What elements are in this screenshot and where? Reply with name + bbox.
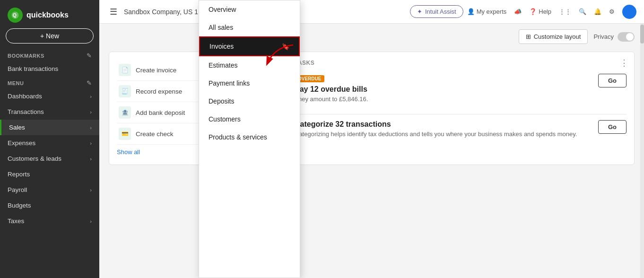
flyout-item-all-sales[interactable]: All sales	[199, 18, 300, 36]
customize-layout-button[interactable]: ⊞ Customize layout	[519, 29, 588, 44]
show-all-link[interactable]: Show all	[117, 148, 140, 156]
sidebar-item-payroll[interactable]: Payroll ›	[0, 182, 99, 198]
bell-icon: 🔔	[594, 8, 601, 15]
payment-links-label: Payment links	[209, 79, 250, 87]
record-expense-label: Record expense	[136, 88, 182, 95]
settings-button[interactable]: ⚙	[609, 8, 615, 15]
hamburger-button[interactable]: ☰	[107, 5, 120, 19]
privacy-toggle-switch[interactable]	[618, 32, 635, 42]
customize-bar: ⊞ Customize layout Privacy	[99, 26, 644, 48]
top-header: ☰ Sandbox Company, US 1 ✦ Intuit Assist …	[99, 0, 644, 24]
add-bank-deposit-label: Add bank deposit	[136, 109, 185, 116]
tasks-card: ⋮ TASKS OVERDUE Pay 12 overdue bills The…	[287, 52, 635, 165]
grid-icon: ⋮⋮	[559, 8, 571, 15]
task-overdue-bills: OVERDUE Pay 12 overdue bills They amount…	[295, 74, 627, 108]
products-services-label: Products & services	[209, 133, 267, 141]
sidebar-item-dashboards[interactable]: Dashboards ›	[0, 88, 99, 104]
invoices-label: Invoices	[209, 43, 234, 50]
search-icon: 🔍	[579, 8, 586, 15]
sales-flyout-menu: Overview All sales Invoices 🔖 Estimates …	[199, 0, 300, 278]
create-invoice-label: Create invoice	[136, 67, 176, 74]
privacy-toggle-area: Privacy	[593, 32, 635, 42]
megaphone-button[interactable]: 📣	[514, 8, 522, 15]
all-sales-label: All sales	[209, 24, 233, 31]
qb-logo-icon: Q	[8, 8, 23, 23]
logo-area: Q quickbooks	[0, 0, 99, 28]
scrollbar-track	[640, 24, 644, 278]
chevron-right-icon: ›	[90, 187, 92, 193]
sidebar: Q quickbooks + New BOOKMARKS ✎ Bank tran…	[0, 0, 99, 278]
task1-subtitle: They amount to £5,846.16.	[295, 96, 592, 103]
search-button[interactable]: 🔍	[579, 8, 586, 15]
chevron-right-icon: ›	[90, 218, 92, 224]
bookmarks-edit-button[interactable]: ✎	[87, 52, 92, 59]
main-area: ☰ Sandbox Company, US 1 ✦ Intuit Assist …	[99, 0, 644, 278]
layout-icon: ⊞	[526, 33, 531, 40]
privacy-label: Privacy	[593, 33, 614, 40]
task1-go-button[interactable]: Go	[598, 74, 627, 87]
flyout-item-customers[interactable]: Customers	[199, 110, 300, 128]
task-separator	[295, 114, 627, 114]
invoice-icon: 📄	[119, 64, 131, 76]
sidebar-item-transactions[interactable]: Transactions ›	[0, 104, 99, 120]
estimates-label: Estimates	[209, 61, 237, 69]
sidebar-item-budgets[interactable]: Budgets	[0, 198, 99, 213]
toggle-knob	[626, 33, 634, 41]
help-circle-icon: ❓	[529, 8, 537, 15]
flyout-item-payment-links[interactable]: Payment links	[199, 74, 300, 92]
customers-label: Customers	[209, 115, 241, 123]
bank-icon: 🏦	[119, 106, 131, 119]
menu-edit-button[interactable]: ✎	[87, 79, 92, 87]
sidebar-item-bank-transactions[interactable]: Bank transactions	[0, 61, 99, 77]
intuit-assist-button[interactable]: ✦ Intuit Assist	[410, 5, 463, 18]
more-options-icon[interactable]: ⋮	[620, 58, 628, 68]
flyout-item-deposits[interactable]: Deposits	[199, 92, 300, 110]
help-button[interactable]: ❓ Help	[529, 8, 551, 15]
sidebar-item-customers-leads[interactable]: Customers & leads ›	[0, 151, 99, 166]
overview-label: Overview	[209, 6, 236, 13]
my-experts-button[interactable]: 👤 My experts	[467, 8, 507, 15]
check-icon: 💳	[119, 128, 131, 140]
task-categorize: Categorize 32 transactions Categorizing …	[295, 120, 627, 143]
notifications-button[interactable]: 🔔	[594, 8, 601, 15]
chevron-right-icon: ›	[90, 140, 92, 146]
create-check-label: Create check	[136, 130, 174, 138]
chevron-right-icon: ›	[90, 125, 92, 130]
svg-text:Q: Q	[13, 12, 17, 18]
tasks-header: TASKS	[295, 60, 627, 66]
cards-row: ✎ 📄 Create invoice 🧾 Record expense 🏦 Ad…	[99, 52, 644, 165]
sidebar-item-reports[interactable]: Reports	[0, 166, 99, 182]
bookmarks-section-label: BOOKMARKS ✎	[0, 49, 99, 61]
task2-go-button[interactable]: Go	[598, 120, 627, 134]
flyout-item-products-services[interactable]: Products & services	[199, 128, 300, 146]
flyout-item-estimates[interactable]: Estimates	[199, 56, 300, 74]
apps-button[interactable]: ⋮⋮	[559, 8, 571, 15]
task2-title: Categorize 32 transactions	[295, 120, 592, 129]
quickbooks-wordmark: quickbooks	[26, 11, 69, 19]
flyout-item-invoices[interactable]: Invoices 🔖	[199, 36, 300, 56]
sidebar-item-sales[interactable]: Sales ›	[0, 120, 99, 135]
bookmark-icon: 🔖	[282, 43, 289, 50]
megaphone-icon: 📣	[514, 8, 522, 15]
task2-subtitle: Categorizing helps identify tax deductio…	[295, 130, 592, 138]
chevron-right-icon: ›	[90, 156, 92, 162]
avatar[interactable]	[622, 5, 636, 19]
menu-section-label: MENU ✎	[0, 77, 99, 88]
task1-title: Pay 12 overdue bills	[295, 85, 592, 94]
intuit-assist-star-icon: ✦	[417, 8, 422, 15]
scrollbar-thumb[interactable]	[640, 25, 644, 43]
gear-icon: ⚙	[609, 8, 615, 15]
deposits-label: Deposits	[209, 97, 234, 105]
task2-content: Categorize 32 transactions Categorizing …	[295, 120, 592, 143]
chevron-right-icon: ›	[90, 109, 92, 115]
chevron-right-icon: ›	[90, 94, 92, 99]
person-icon: 👤	[467, 8, 475, 15]
intuit-assist-label: Intuit Assist	[425, 8, 456, 15]
expense-icon: 🧾	[119, 85, 131, 97]
new-button[interactable]: + New	[6, 28, 94, 43]
flyout-item-overview[interactable]: Overview	[199, 0, 300, 18]
sidebar-item-expenses[interactable]: Expenses ›	[0, 135, 99, 151]
header-actions: 👤 My experts 📣 ❓ Help ⋮⋮ 🔍 🔔 ⚙	[467, 5, 636, 19]
task1-content: OVERDUE Pay 12 overdue bills They amount…	[295, 74, 592, 108]
sidebar-item-taxes[interactable]: Taxes ›	[0, 213, 99, 229]
